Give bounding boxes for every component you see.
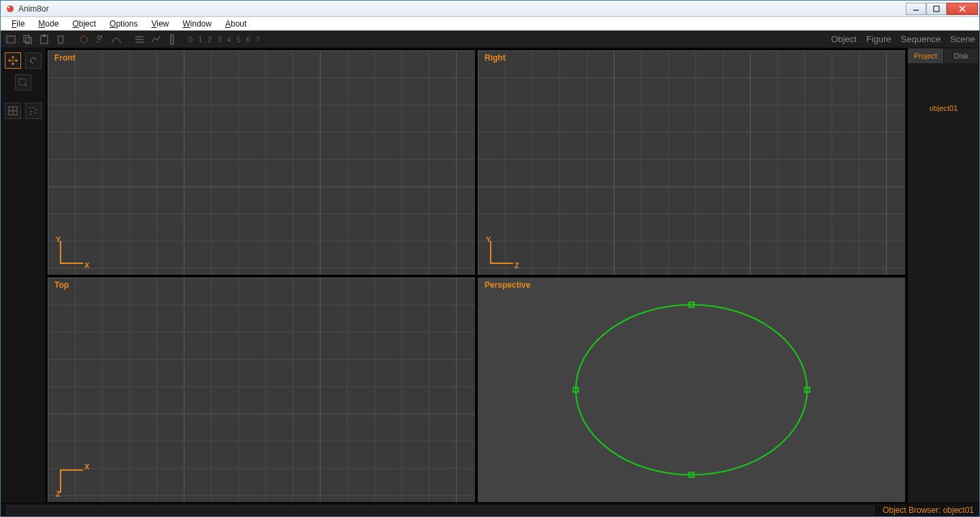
- viewport-front[interactable]: Front Y X: [47, 50, 476, 276]
- tab-disk[interactable]: Disk: [944, 48, 980, 63]
- mode-scene[interactable]: Scene: [950, 34, 975, 44]
- frame-2[interactable]: 2: [208, 35, 212, 44]
- svg-rect-8: [26, 37, 31, 44]
- toolbar-target-icon[interactable]: [77, 33, 91, 46]
- toolbar-rect-select-icon[interactable]: [5, 33, 18, 46]
- toolbar-curve-icon[interactable]: [110, 33, 123, 46]
- app-chrome: 0 1 2 3 4 5 6 7 Object Figure Sequence S…: [1, 31, 979, 516]
- svg-rect-7: [24, 35, 29, 42]
- viewport-top[interactable]: Top X Z: [47, 277, 476, 503]
- frame-5[interactable]: 5: [237, 35, 241, 44]
- tool-select-box-icon[interactable]: [15, 74, 31, 90]
- app-icon: [5, 3, 16, 14]
- svg-point-27: [35, 112, 36, 114]
- menu-about[interactable]: About: [218, 18, 253, 30]
- svg-rect-3: [934, 6, 939, 12]
- viewport-label: Perspective: [485, 280, 530, 290]
- titlebar: Anim8or: [1, 1, 979, 17]
- menu-object[interactable]: Object: [65, 18, 103, 30]
- svg-point-1: [8, 6, 10, 8]
- svg-point-26: [31, 111, 32, 112]
- viewport-label: Front: [54, 53, 76, 63]
- toolbar-ruler-icon[interactable]: [165, 33, 179, 46]
- axes-indicator: X Z: [57, 465, 87, 495]
- viewport-right[interactable]: Right Y Z: [477, 50, 906, 276]
- handle-top[interactable]: [689, 302, 695, 308]
- viewport-label: Top: [54, 280, 69, 290]
- toolbar-delete-icon[interactable]: [54, 33, 67, 46]
- handle-right[interactable]: [804, 387, 811, 393]
- menu-options[interactable]: Options: [103, 18, 144, 30]
- tool-noise-icon[interactable]: [25, 103, 42, 119]
- svg-point-11: [80, 36, 87, 43]
- statusbar: Object Browser: object01: [1, 503, 979, 516]
- main-area: Front Y X Right Y Z: [1, 48, 979, 503]
- frame-3[interactable]: 3: [217, 35, 221, 44]
- window-buttons: [906, 3, 978, 15]
- svg-rect-15: [171, 35, 174, 44]
- toolbar-frame-numbers: 0 1 2 3 4 5 6 7: [189, 35, 260, 44]
- menu-view[interactable]: View: [144, 18, 176, 30]
- status-text: Object Browser: object01: [883, 505, 974, 515]
- frame-1[interactable]: 1: [198, 35, 202, 44]
- right-tabs: Project Disk: [908, 48, 979, 63]
- perspective-object-circle: [569, 295, 814, 485]
- toolbar-bars-icon[interactable]: [133, 33, 146, 46]
- handle-left[interactable]: [573, 387, 579, 393]
- menu-mode[interactable]: Mode: [31, 18, 65, 30]
- svg-point-24: [33, 107, 34, 108]
- list-item[interactable]: object01: [908, 104, 979, 112]
- frame-6[interactable]: 6: [246, 35, 250, 44]
- handle-bottom[interactable]: [689, 472, 695, 478]
- mode-object[interactable]: Object: [831, 34, 857, 44]
- svg-rect-6: [7, 36, 15, 43]
- tool-move-icon[interactable]: [5, 52, 21, 69]
- tool-undo-icon[interactable]: [25, 52, 42, 69]
- right-panel: Project Disk object01: [907, 48, 979, 503]
- left-toolbar: [1, 48, 46, 503]
- toolbar: 0 1 2 3 4 5 6 7 Object Figure Sequence S…: [1, 31, 979, 48]
- tool-grid-icon[interactable]: [5, 103, 21, 119]
- mode-selector: Object Figure Sequence Scene: [831, 34, 975, 44]
- svg-point-28: [30, 114, 31, 115]
- toolbar-graph-icon[interactable]: [149, 33, 163, 46]
- mode-sequence[interactable]: Sequence: [901, 34, 941, 44]
- app-window: Anim8or File Mode Object Options View Wi…: [0, 0, 980, 517]
- svg-point-23: [29, 107, 31, 109]
- frame-7[interactable]: 7: [256, 35, 260, 44]
- project-list: object01: [908, 63, 979, 503]
- svg-point-0: [7, 5, 14, 12]
- toolbar-wrench-icon[interactable]: [93, 33, 107, 46]
- close-button[interactable]: [947, 3, 978, 15]
- svg-point-25: [35, 109, 37, 110]
- menu-window[interactable]: Window: [176, 18, 218, 30]
- minimize-button[interactable]: [906, 3, 926, 15]
- tab-project[interactable]: Project: [908, 48, 944, 63]
- frame-0[interactable]: 0: [189, 35, 193, 44]
- svg-rect-10: [43, 35, 46, 37]
- window-title: Anim8or: [18, 4, 906, 14]
- frame-4[interactable]: 4: [227, 35, 231, 44]
- toolbar-paste-icon[interactable]: [37, 33, 51, 46]
- menu-file[interactable]: File: [5, 18, 31, 30]
- svg-point-29: [576, 305, 807, 475]
- axes-indicator: Y Z: [487, 238, 517, 268]
- menubar: File Mode Object Options View Window Abo…: [1, 17, 979, 31]
- toolbar-copy-icon[interactable]: [21, 33, 35, 46]
- viewport-label: Right: [485, 53, 506, 63]
- maximize-button[interactable]: [926, 3, 947, 15]
- viewports: Front Y X Right Y Z: [46, 48, 907, 503]
- viewport-perspective[interactable]: Perspective: [477, 277, 906, 503]
- mode-figure[interactable]: Figure: [866, 34, 892, 44]
- status-input[interactable]: [6, 505, 875, 515]
- axes-indicator: Y X: [57, 238, 87, 268]
